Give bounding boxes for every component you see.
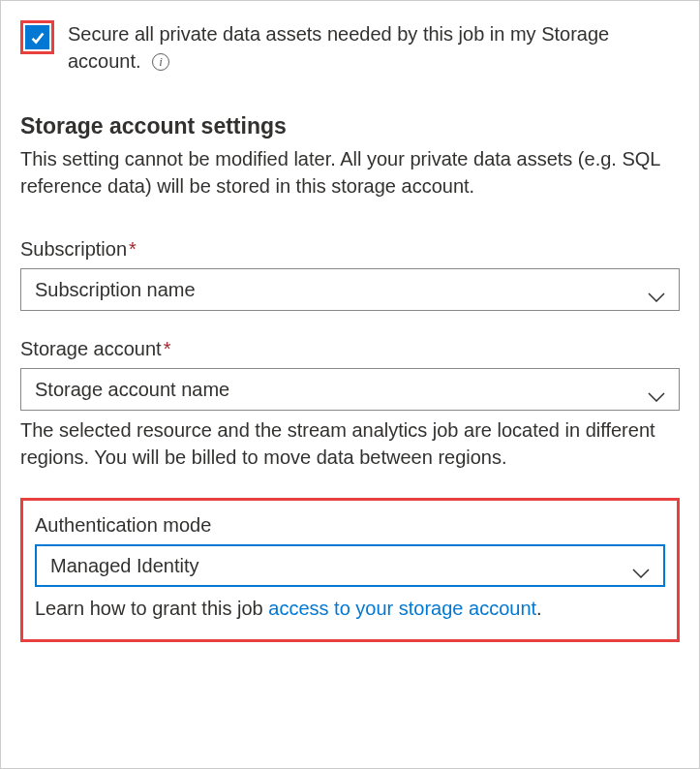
auth-mode-value: Managed Identity [50, 555, 198, 577]
access-storage-link[interactable]: access to your storage account [268, 598, 536, 619]
storage-account-hint: The selected resource and the stream ana… [20, 416, 680, 471]
subscription-select[interactable]: Subscription name [20, 268, 680, 311]
auth-learn-text: Learn how to grant this job access to yo… [35, 595, 665, 622]
required-asterisk: * [164, 338, 171, 359]
auth-mode-select[interactable]: Managed Identity [35, 544, 665, 587]
storage-account-value: Storage account name [35, 379, 229, 401]
secure-assets-checkbox[interactable] [25, 25, 49, 49]
checkmark-icon [29, 29, 46, 46]
subscription-label-text: Subscription [20, 238, 127, 260]
auth-mode-label: Authentication mode [35, 514, 665, 537]
chevron-down-icon [648, 285, 665, 294]
secure-assets-checkbox-highlight [20, 20, 54, 54]
required-asterisk: * [129, 238, 137, 260]
storage-settings-heading: Storage account settings [20, 113, 680, 139]
auth-mode-highlight: Authentication mode Managed Identity Lea… [20, 498, 680, 642]
info-icon[interactable]: i [152, 53, 169, 71]
subscription-label: Subscription* [20, 238, 680, 261]
storage-account-label-text: Storage account [20, 338, 162, 359]
storage-settings-description: This setting cannot be modified later. A… [20, 145, 680, 200]
chevron-down-icon [632, 561, 650, 570]
storage-account-select[interactable]: Storage account name [20, 368, 680, 411]
auth-learn-suffix: . [536, 598, 542, 619]
chevron-down-icon [648, 384, 665, 394]
secure-assets-label: Secure all private data assets needed by… [68, 23, 609, 72]
storage-account-label: Storage account* [20, 338, 680, 360]
auth-learn-prefix: Learn how to grant this job [35, 598, 268, 619]
subscription-value: Subscription name [35, 279, 196, 301]
